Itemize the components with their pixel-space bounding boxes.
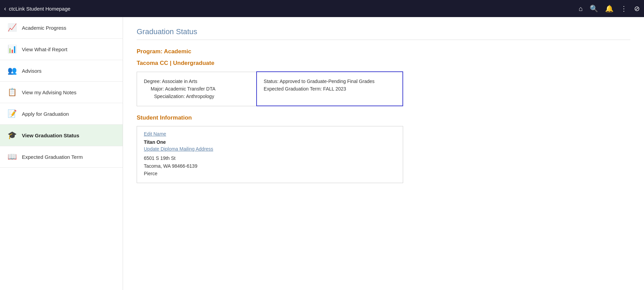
- degree-label: Degree: Associate in Arts: [144, 78, 249, 85]
- sidebar-item-label: Apply for Graduation: [22, 111, 69, 117]
- sidebar-item-view-graduation-status[interactable]: 🎓 View Graduation Status: [0, 125, 123, 146]
- program-info-cell: Degree: Associate in Arts Major: Academi…: [137, 72, 257, 106]
- address-line2: Tacoma, WA 98466-6139: [144, 162, 396, 170]
- address-line1: 6501 S 19th St: [144, 154, 396, 162]
- content-area: Graduation Status Program: Academic Taco…: [123, 17, 644, 290]
- student-info-box: Edit Name Titan One Update Diploma Maili…: [137, 126, 403, 183]
- what-if-report-icon: 📊: [7, 45, 17, 54]
- program-table: Degree: Associate in Arts Major: Academi…: [137, 71, 403, 106]
- main-container: 📈 Academic Progress 📊 View What-if Repor…: [0, 17, 644, 290]
- home-icon[interactable]: ⌂: [579, 5, 583, 13]
- topbar-title: ctcLink Student Homepage: [9, 6, 70, 12]
- update-diploma-address-link[interactable]: Update Diploma Mailing Address: [137, 146, 403, 153]
- status-label: Status: Approved to Graduate-Pending Fin…: [264, 78, 396, 85]
- sidebar-item-view-what-if-report[interactable]: 📊 View What-if Report: [0, 39, 123, 60]
- student-section-title: Student Information: [137, 114, 630, 121]
- apply-graduation-icon: 📝: [7, 109, 17, 118]
- advising-notes-icon: 📋: [7, 88, 17, 97]
- search-icon[interactable]: 🔍: [590, 4, 598, 13]
- student-name: Titan One: [137, 138, 403, 146]
- advisors-icon: 👥: [7, 66, 17, 75]
- academic-progress-icon: 📈: [7, 23, 17, 32]
- sidebar-item-label: View Graduation Status: [22, 133, 79, 138]
- major-label: Major: Academic Transfer DTA: [144, 85, 249, 93]
- topbar-left: ‹ ctcLink Student Homepage: [4, 5, 70, 12]
- sidebar-item-label: Expected Graduation Term: [22, 154, 83, 160]
- topbar-right: ⌂ 🔍 🔔 ⋮ ⊘: [579, 4, 640, 13]
- sidebar-item-label: View What-if Report: [22, 46, 67, 52]
- program-subtitle: Tacoma CC | Undergraduate: [137, 60, 630, 67]
- edit-name-link[interactable]: Edit Name: [137, 126, 403, 138]
- address-line3: Pierce: [144, 170, 396, 177]
- sidebar-item-expected-graduation-term[interactable]: 📖 Expected Graduation Term: [0, 146, 123, 168]
- graduation-status-icon: 🎓: [7, 131, 17, 140]
- status-info-cell: Status: Approved to Graduate-Pending Fin…: [257, 72, 403, 106]
- sidebar-item-label: Academic Progress: [22, 25, 66, 31]
- expected-term-icon: 📖: [7, 152, 17, 161]
- bell-icon[interactable]: 🔔: [605, 4, 614, 13]
- expected-term-label: Expected Graduation Term: FALL 2023: [264, 85, 396, 93]
- back-arrow-icon[interactable]: ‹: [4, 5, 6, 12]
- topbar: ‹ ctcLink Student Homepage ⌂ 🔍 🔔 ⋮ ⊘: [0, 0, 644, 17]
- program-section-title: Program: Academic: [137, 48, 630, 55]
- sidebar: 📈 Academic Progress 📊 View What-if Repor…: [0, 17, 123, 290]
- sidebar-item-advisors[interactable]: 👥 Advisors: [0, 60, 123, 82]
- sidebar-item-academic-progress[interactable]: 📈 Academic Progress: [0, 17, 123, 39]
- page-title: Graduation Status: [137, 27, 630, 40]
- specialization-label: Specialization: Anthropology: [144, 93, 249, 100]
- sidebar-item-apply-for-graduation[interactable]: 📝 Apply for Graduation: [0, 103, 123, 125]
- sidebar-item-label: Advisors: [22, 68, 42, 74]
- student-address: 6501 S 19th St Tacoma, WA 98466-6139 Pie…: [137, 153, 403, 183]
- more-icon[interactable]: ⋮: [620, 4, 627, 13]
- sidebar-item-view-advising-notes[interactable]: 📋 View my Advising Notes: [0, 82, 123, 103]
- sidebar-item-label: View my Advising Notes: [22, 89, 77, 95]
- block-icon[interactable]: ⊘: [634, 4, 640, 13]
